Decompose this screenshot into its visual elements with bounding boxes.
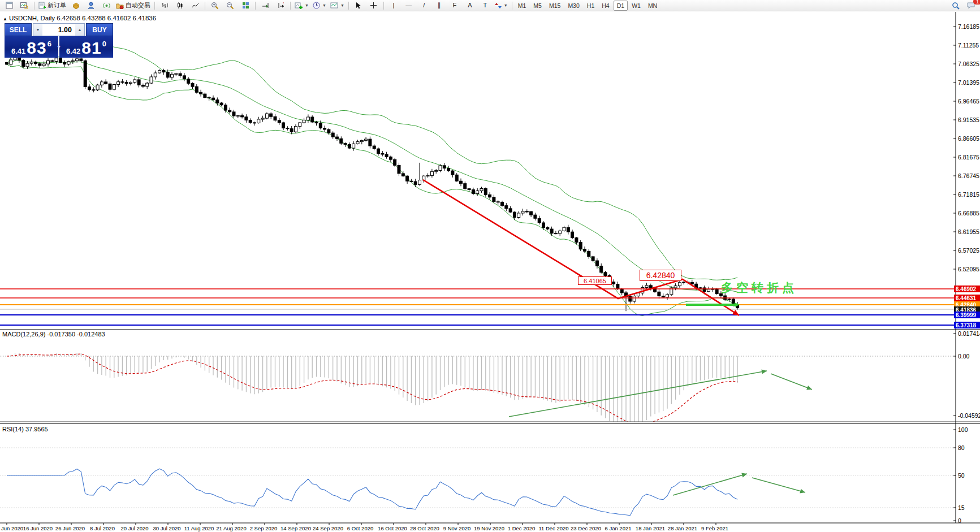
signal-icon	[103, 2, 110, 9]
cursor-icon	[355, 2, 361, 9]
zoom-out-button[interactable]	[223, 1, 238, 10]
trendline-tool-button[interactable]: /	[417, 1, 431, 10]
add-indicator-icon	[295, 2, 303, 9]
signals-button[interactable]	[99, 1, 114, 10]
volume-decrease-button[interactable]: ▼	[33, 24, 42, 36]
vline-tool-button[interactable]: |	[386, 1, 401, 10]
volume-increase-button[interactable]: ▲	[75, 24, 84, 36]
bollinger-lower	[7, 64, 737, 316]
sell-price-big: 83	[27, 40, 46, 55]
toolbar-separator	[348, 2, 349, 10]
chat-unread-badge: 1	[973, 0, 980, 5]
line-chart-icon	[192, 2, 199, 9]
channel-icon: ∥	[438, 2, 441, 8]
sell-price[interactable]: 6.41 83 6	[5, 36, 58, 58]
bollinger-upper	[7, 46, 737, 280]
hline-icon: —	[405, 2, 412, 8]
tile-windows-button[interactable]	[238, 1, 253, 10]
toolbar-separator	[255, 2, 256, 10]
sell-price-sup: 6	[48, 40, 51, 48]
toolbar-separator	[154, 2, 155, 10]
macd-pane	[0, 353, 956, 432]
candlestick-chart-button[interactable]	[172, 1, 187, 10]
rsi-pane	[0, 448, 956, 516]
crosshair-icon	[370, 2, 377, 9]
zoom-out-icon	[226, 2, 234, 10]
tab-h1[interactable]: H1	[584, 1, 598, 11]
deposit-button[interactable]	[68, 1, 83, 10]
arrows-icon	[495, 2, 502, 9]
new-order-icon	[38, 2, 46, 9]
zoom-in-button[interactable]	[208, 1, 222, 10]
tile-windows-icon	[242, 2, 249, 9]
chart-shift-icon	[277, 2, 284, 9]
fibonacci-icon: F	[452, 2, 456, 8]
gold-stack-icon	[72, 2, 80, 9]
cursor-tool-button[interactable]	[351, 1, 366, 10]
toolbar: 新订单 自动交易	[0, 0, 980, 11]
fibonacci-tool-button[interactable]: F	[447, 1, 462, 10]
crosshair-tool-button[interactable]	[366, 1, 381, 10]
tab-d1[interactable]: D1	[614, 1, 628, 11]
tab-m15[interactable]: M15	[546, 1, 564, 11]
bar-chart-button[interactable]	[157, 1, 172, 10]
rsi-line	[7, 469, 737, 516]
buy-price-big: 81	[81, 40, 101, 55]
autotrade-label: 自动交易	[126, 1, 150, 10]
tab-h4[interactable]: H4	[598, 1, 612, 11]
chevron-down-icon: ▼	[340, 3, 344, 7]
chevron-down-icon: ▼	[504, 3, 508, 7]
label-tool-button[interactable]: T	[478, 1, 493, 10]
text-tool-button[interactable]: A	[463, 1, 477, 10]
chat-button[interactable]: 1	[964, 1, 978, 10]
template-icon	[330, 2, 338, 9]
channel-tool-button[interactable]: ∥	[432, 1, 447, 10]
indicators-button[interactable]: ▼	[293, 1, 310, 10]
main-pane	[6, 46, 739, 316]
one-click-trading-panel: SELL ▼ ▲ BUY 6.41 83 6 6.42 81 0 ◆	[5, 23, 113, 58]
new-order-label: 新订单	[48, 1, 66, 10]
bid-ask-display: 6.41 83 6 6.42 81 0 ◆	[5, 36, 113, 58]
chart-window-button[interactable]	[2, 1, 16, 10]
text-icon: A	[468, 2, 472, 8]
autotrade-button[interactable]: 自动交易	[114, 1, 152, 10]
trendline-icon: /	[423, 2, 425, 8]
buy-price-sup: 0	[102, 40, 106, 48]
buy-button[interactable]: BUY	[86, 23, 113, 36]
window-icon	[6, 2, 13, 9]
new-order-button[interactable]: 新订单	[37, 1, 68, 10]
chevron-down-icon: ▼	[322, 3, 326, 7]
tab-m1[interactable]: M1	[515, 1, 530, 11]
hline-tool-button[interactable]: —	[402, 1, 416, 10]
toolbar-separator	[290, 2, 291, 10]
arrowhead	[761, 370, 767, 374]
sell-button[interactable]: SELL	[5, 23, 32, 36]
auto-scroll-icon	[262, 2, 269, 9]
chart-preview-button[interactable]	[17, 1, 32, 10]
template-button[interactable]: ▼	[329, 1, 346, 10]
chart-shift-button[interactable]	[273, 1, 288, 10]
person-icon	[88, 2, 94, 9]
chart-magnifier-icon	[20, 2, 28, 9]
toolbar-separator	[512, 2, 512, 10]
search-button[interactable]	[948, 1, 963, 10]
volume-input[interactable]	[42, 24, 75, 36]
tab-m30[interactable]: M30	[564, 1, 582, 11]
chart-canvas[interactable]	[0, 0, 980, 532]
shapes-tool-button[interactable]: ▼	[493, 1, 510, 10]
timeframe-menu-button[interactable]: ▼	[311, 1, 328, 10]
buy-price[interactable]: 6.42 81 0	[59, 36, 113, 58]
auto-scroll-button[interactable]	[258, 1, 273, 10]
sell-price-prefix: 6.41	[11, 47, 25, 55]
vline-icon: |	[392, 2, 394, 8]
tab-m5[interactable]: M5	[530, 1, 545, 11]
candlestick-icon	[176, 2, 184, 9]
toolbar-separator	[383, 2, 384, 10]
zoom-in-icon	[211, 2, 219, 10]
community-button[interactable]	[84, 1, 98, 10]
tab-mn[interactable]: MN	[645, 1, 660, 11]
line-chart-button[interactable]	[188, 1, 202, 10]
arrowhead	[806, 386, 812, 390]
macd-signal-line	[7, 354, 737, 426]
tab-w1[interactable]: W1	[628, 1, 644, 11]
